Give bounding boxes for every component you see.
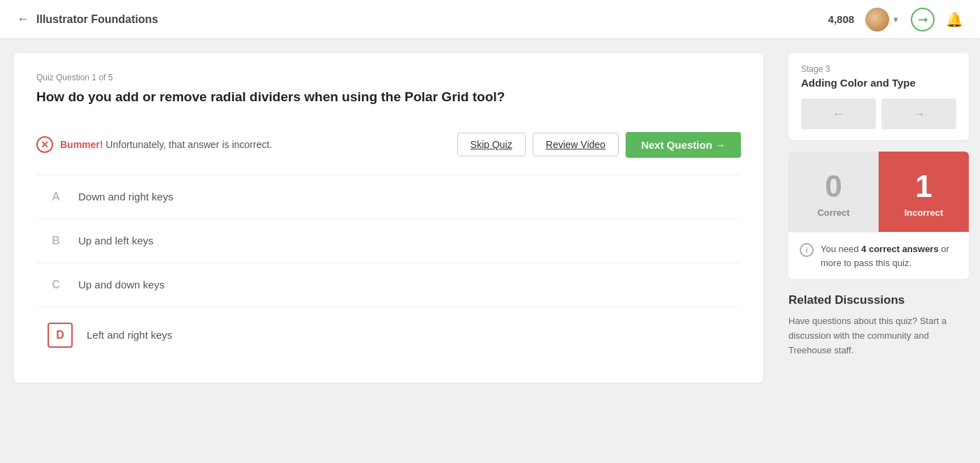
related-text: Have questions about this quiz? Start a …	[788, 314, 969, 358]
nav-next-button[interactable]: ➞	[911, 8, 935, 31]
stage-prev-button[interactable]: ←	[801, 98, 876, 129]
back-arrow-icon[interactable]: ←	[17, 12, 29, 27]
info-bold: 4 correct answers	[861, 244, 939, 254]
answer-option-a[interactable]: A Down and right keys	[36, 175, 741, 219]
next-question-button[interactable]: Next Question →	[626, 132, 741, 158]
feedback-text: Bummer! Unfortunately, that answer is in…	[60, 139, 272, 150]
points-badge: 4,808	[828, 13, 855, 25]
score-info-text: You need 4 correct answers or more to pa…	[821, 242, 958, 270]
score-info: i You need 4 correct answers or more to …	[788, 232, 969, 279]
info-prefix: You need	[821, 244, 861, 254]
sidebar: Stage 3 Adding Color and Type ← → 0 Corr…	[777, 39, 980, 463]
feedback-message: Unfortunately, that answer is incorrect.	[103, 139, 272, 150]
related-discussions: Related Discussions Have questions about…	[788, 291, 969, 360]
info-icon: i	[800, 243, 814, 257]
score-grid: 0 Correct 1 Incorrect	[788, 152, 969, 232]
notifications-bell-icon[interactable]: 🔔	[946, 11, 963, 28]
main-layout: Quiz Question 1 of 5 How do you add or r…	[0, 39, 980, 463]
bummer-text: Bummer!	[60, 139, 103, 150]
header-left: ← Illustrator Foundations	[17, 12, 158, 27]
correct-score-item: 0 Correct	[788, 152, 879, 232]
stage-label: Stage 3	[801, 64, 956, 74]
avatar-image	[865, 8, 889, 31]
quiz-question: How do you add or remove radial dividers…	[36, 88, 741, 107]
chevron-down-icon: ▼	[892, 15, 900, 24]
quiz-card: Quiz Question 1 of 5 How do you add or r…	[14, 53, 763, 383]
avatar-container[interactable]: ▼	[865, 8, 900, 31]
stage-next-button[interactable]: →	[881, 98, 956, 129]
header-right: 4,808 ▼ ➞ 🔔	[828, 8, 963, 31]
content-area: Quiz Question 1 of 5 How do you add or r…	[0, 39, 777, 463]
option-letter-b: B	[48, 235, 64, 247]
avatar	[865, 8, 889, 31]
stage-nav: ← →	[801, 98, 956, 129]
feedback-actions: Skip Quiz Review Video Next Question →	[457, 132, 741, 158]
skip-quiz-button[interactable]: Skip Quiz	[457, 133, 526, 156]
incorrect-icon: ✕	[36, 136, 53, 153]
correct-count: 0	[800, 171, 867, 202]
option-letter-a: A	[48, 191, 64, 203]
app-header: ← Illustrator Foundations 4,808 ▼ ➞ 🔔	[0, 0, 980, 39]
answer-option-b[interactable]: B Up and left keys	[36, 219, 741, 263]
incorrect-score-item: 1 Incorrect	[879, 152, 969, 232]
feedback-bar: ✕ Bummer! Unfortunately, that answer is …	[36, 124, 741, 175]
answer-option-c[interactable]: C Up and down keys	[36, 263, 741, 307]
option-text-b: Up and left keys	[78, 235, 154, 247]
incorrect-count: 1	[890, 171, 958, 202]
answer-option-d[interactable]: D Left and right keys	[36, 307, 741, 363]
answer-options: A Down and right keys B Up and left keys…	[36, 175, 741, 363]
quiz-label: Quiz Question 1 of 5	[36, 73, 741, 82]
correct-label: Correct	[800, 207, 867, 218]
option-letter-c: C	[48, 279, 64, 291]
stage-title: Adding Color and Type	[801, 77, 956, 89]
option-text-a: Down and right keys	[78, 191, 173, 203]
stage-card: Stage 3 Adding Color and Type ← →	[788, 53, 969, 140]
incorrect-label: Incorrect	[890, 207, 958, 218]
option-text-d: Left and right keys	[87, 329, 173, 341]
feedback-left: ✕ Bummer! Unfortunately, that answer is …	[36, 136, 272, 153]
option-text-c: Up and down keys	[78, 279, 164, 291]
review-video-button[interactable]: Review Video	[533, 133, 619, 156]
header-title: Illustrator Foundations	[36, 13, 158, 26]
option-letter-d-box: D	[48, 323, 73, 348]
score-card: 0 Correct 1 Incorrect i You need 4 corre…	[788, 152, 969, 279]
related-title: Related Discussions	[788, 293, 969, 307]
